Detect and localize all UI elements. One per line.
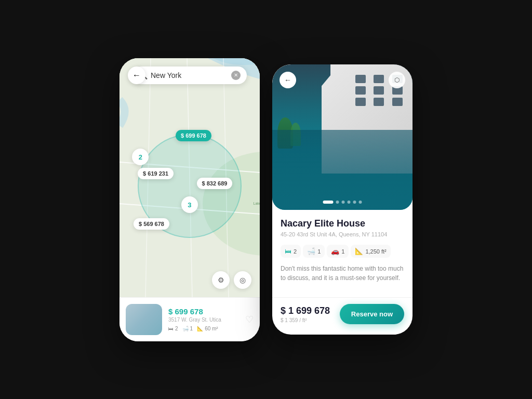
area-detail-icon: 📐	[355, 247, 363, 255]
back-arrow-icon: ←	[284, 76, 291, 84]
booking-footer: $ 1 699 678 $ 1 359 / ft² Reserve now	[272, 297, 413, 335]
area-icon: 📐	[197, 326, 203, 331]
detail-back-button[interactable]: ←	[280, 72, 296, 88]
map-phone: Clove Lakes Park Snug Harbor Cultural Ce…	[119, 58, 260, 341]
listing-price: $ 699 678	[168, 307, 239, 316]
filter-button[interactable]: ⚙	[212, 271, 230, 289]
property-features-row: 🛏 2 🛁 1 🚗 1 📐 1,250 ft²	[281, 245, 404, 258]
property-title: Nacary Elite House	[281, 218, 404, 229]
location-button[interactable]: ◎	[234, 271, 251, 289]
price-tag-699678[interactable]: $ 699 678	[176, 130, 211, 141]
baths-feature: 🛁 1	[182, 326, 193, 331]
map-controls: ⚙ ◎	[212, 271, 251, 289]
baths-detail: 🛁 1	[303, 245, 325, 258]
property-hero-image: ← ⬡	[272, 64, 413, 210]
dot-4[interactable]	[348, 201, 351, 204]
image-carousel-dots	[323, 201, 362, 204]
bed-detail-icon: 🛏	[285, 247, 291, 255]
favorite-button[interactable]: ♡	[245, 314, 254, 325]
cube-icon: ⬡	[394, 76, 400, 84]
detail-price-sub: $ 1 359 / ft²	[281, 317, 330, 323]
listing-address: 3517 W. Gray St. Utica	[168, 317, 239, 323]
svg-text:Lakes Park: Lakes Park	[253, 202, 260, 205]
map-listing-card[interactable]: $ 699 678 3517 W. Gray St. Utica 🛏 2 🛁 1…	[119, 297, 260, 341]
map-container: Clove Lakes Park Snug Harbor Cultural Ce…	[119, 58, 260, 297]
property-description: Don't miss this fantastic home with too …	[281, 264, 404, 283]
back-button[interactable]: ←	[128, 66, 145, 84]
detail-price-main: $ 1 699 678	[281, 305, 330, 316]
back-icon: ←	[132, 71, 141, 80]
dot-1[interactable]	[323, 201, 334, 204]
property-address: 45-20 43rd St Unit 4A, Queens, NY 11104	[281, 231, 404, 237]
price-tag-832689[interactable]: $ 832 689	[197, 178, 233, 189]
search-input[interactable]: New York	[151, 71, 228, 79]
dot-3[interactable]	[342, 201, 345, 204]
area-feature: 📐 60 m²	[197, 326, 218, 331]
beds-feature: 🛏 2	[168, 326, 178, 331]
listing-thumbnail	[126, 304, 162, 335]
price-tag-619231[interactable]: $ 619 231	[138, 168, 174, 179]
tree-decoration	[277, 117, 293, 149]
price-block: $ 1 699 678 $ 1 359 / ft²	[281, 305, 330, 323]
listing-info: $ 699 678 3517 W. Gray St. Utica 🛏 2 🛁 1…	[168, 307, 239, 331]
search-bar: 🔍 New York ✕	[132, 66, 247, 84]
bath-icon: 🛁	[182, 326, 189, 331]
bed-icon: 🛏	[168, 326, 174, 331]
listing-features: 🛏 2 🛁 1 📐 60 m²	[168, 326, 239, 331]
dot-6[interactable]	[359, 201, 362, 204]
garage-detail: 🚗 1	[327, 245, 349, 258]
reserve-now-button[interactable]: Reserve now	[340, 304, 404, 324]
dot-2[interactable]	[336, 201, 339, 204]
price-tag-569678[interactable]: $ 569 678	[134, 218, 169, 230]
beds-detail: 🛏 2	[281, 245, 301, 258]
cluster-tag-3[interactable]: 3	[181, 196, 198, 213]
view-3d-button[interactable]: ⬡	[389, 72, 405, 88]
bath-detail-icon: 🛁	[307, 247, 315, 255]
area-detail: 📐 1,250 ft²	[351, 245, 390, 258]
tree-decoration-2	[290, 123, 301, 146]
detail-phone: ← ⬡ Nacary Elite House 45-20 43rd St Uni…	[272, 64, 413, 335]
clear-search-button[interactable]: ✕	[231, 71, 241, 80]
property-details: Nacary Elite House 45-20 43rd St Unit 4A…	[272, 210, 413, 297]
dot-5[interactable]	[353, 201, 356, 204]
garage-detail-icon: 🚗	[331, 247, 339, 255]
